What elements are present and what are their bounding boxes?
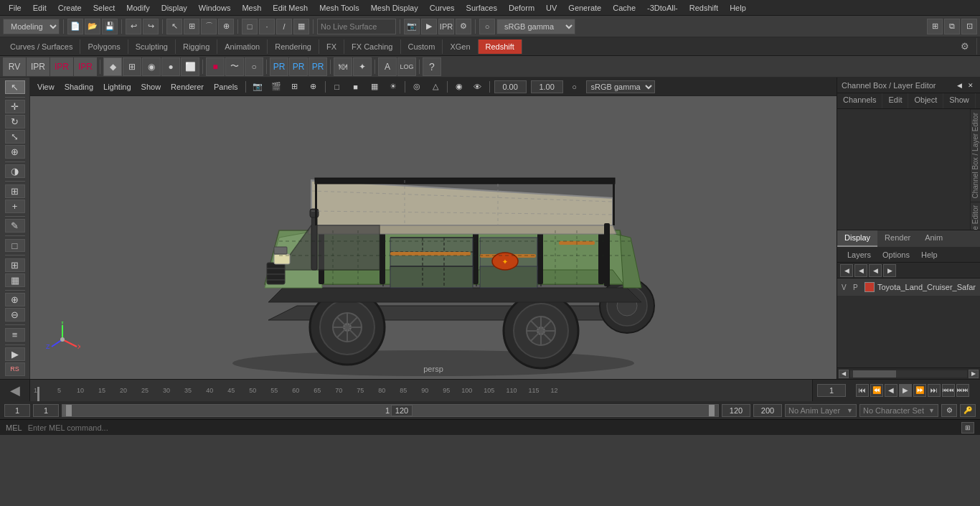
vp-gamma-circle[interactable]: ○ <box>567 80 582 94</box>
rs-pr-btn-3[interactable]: PR <box>308 57 327 76</box>
scene-end-input[interactable] <box>753 404 782 417</box>
vp-shade-icon[interactable]: ■ <box>349 80 363 94</box>
select-obj-btn[interactable]: □ <box>242 19 258 34</box>
vp-grid-icon[interactable]: ⊞ <box>288 80 302 94</box>
render-tool[interactable]: ▶ <box>5 347 25 361</box>
scroll-right-btn[interactable]: ▶ <box>969 370 979 378</box>
panel-close-btn[interactable]: ✕ <box>966 80 976 90</box>
select-edge-btn[interactable]: / <box>276 19 292 34</box>
play-prev-btn[interactable]: ⏪ <box>870 384 883 397</box>
vp-menu-show[interactable]: Show <box>138 81 164 93</box>
bottom-settings-btn[interactable]: ⚙ <box>941 404 957 417</box>
frame-current-bottom-input[interactable] <box>33 404 59 417</box>
vp-poly-icon[interactable]: △ <box>428 80 443 94</box>
rs-diamond-btn[interactable]: ◆ <box>103 57 122 76</box>
menu-redshift[interactable]: Redshift <box>684 2 724 14</box>
layer-playback[interactable]: P <box>853 284 862 291</box>
timeline-ruler[interactable]: 1 5 10 15 20 25 30 35 40 45 50 55 60 65 … <box>30 380 812 401</box>
bottom-key-btn[interactable]: 🔑 <box>960 404 976 417</box>
layout-btn-3[interactable]: ⊡ <box>961 19 977 34</box>
menu-display[interactable]: Display <box>156 2 193 14</box>
tab-fx-caching[interactable]: FX Caching <box>344 39 400 54</box>
paint-tool[interactable]: ✎ <box>5 219 25 233</box>
play-loop-prev-btn[interactable]: ⏮⏮ <box>942 384 955 397</box>
rs-btn-2[interactable]: IPR <box>27 57 50 76</box>
menu-surfaces[interactable]: Surfaces <box>461 2 503 14</box>
select-tool-btn[interactable]: ↖ <box>166 19 182 34</box>
play-fwd-btn[interactable]: ▶ <box>899 384 912 397</box>
rs-grid-btn[interactable]: ⊞ <box>123 57 141 76</box>
rs-help-btn[interactable]: ? <box>423 57 441 76</box>
layout-tool[interactable]: ⊞ <box>5 258 25 272</box>
menu-cache[interactable]: Cache <box>607 2 641 14</box>
rs-pr-btn-2[interactable]: PR <box>289 57 308 76</box>
render-settings-btn[interactable]: ⚙ <box>456 19 471 34</box>
layers-tab-options[interactable]: Options <box>877 249 915 261</box>
frame-start-input[interactable] <box>4 404 30 417</box>
rs-btn-4[interactable]: IPR <box>74 57 97 76</box>
range-start-value[interactable] <box>368 406 390 415</box>
menu-generate[interactable]: Generate <box>562 2 607 14</box>
menu-mesh-tools[interactable]: Mesh Tools <box>314 2 364 14</box>
status-expand-btn[interactable]: ⊞ <box>961 422 974 434</box>
tab-animation[interactable]: Animation <box>217 39 268 54</box>
rs-btn-3[interactable]: IPR <box>50 57 73 76</box>
ipr-btn[interactable]: IPR <box>438 19 454 34</box>
tab-edit[interactable]: Edit <box>882 93 908 108</box>
menu-deform[interactable]: Deform <box>503 2 540 14</box>
menu-edit[interactable]: Edit <box>27 2 52 14</box>
redo-btn[interactable]: ↪ <box>143 19 159 34</box>
scale-tool[interactable]: ⤡ <box>5 130 25 144</box>
menu-curves[interactable]: Curves <box>424 2 461 14</box>
vp-gamma-select[interactable]: sRGB gamma <box>586 80 655 93</box>
play-back-btn[interactable]: ◀ <box>885 384 897 397</box>
rs-text-btn[interactable]: A <box>378 57 397 76</box>
vp-isolate-icon[interactable]: ◉ <box>452 80 466 94</box>
current-frame-input[interactable] <box>817 384 846 397</box>
layers-btn-4[interactable]: ▶ <box>883 264 896 277</box>
play-start-btn[interactable]: ⏮ <box>856 384 869 397</box>
layer-color-swatch[interactable] <box>864 282 875 292</box>
menu-3dtall[interactable]: -3DtoAll- <box>641 2 684 14</box>
tab-fx[interactable]: FX <box>319 39 344 54</box>
rs-plate-btn[interactable]: 🍽 <box>334 57 352 76</box>
layers-tab-help[interactable]: Help <box>915 249 943 261</box>
tab-rigging[interactable]: Rigging <box>176 39 217 54</box>
grid-tool[interactable]: ▦ <box>5 273 25 287</box>
vp-camera-icon[interactable]: 📷 <box>250 80 265 94</box>
snap-tool[interactable]: ⊞ <box>5 184 25 198</box>
minus-tool[interactable]: ⊖ <box>5 308 25 322</box>
vp-menu-panels[interactable]: Panels <box>211 81 241 93</box>
plus-tool[interactable]: ⊕ <box>5 293 25 306</box>
vp-snap-icon[interactable]: ⊕ <box>306 80 321 94</box>
layers-btn-1[interactable]: ◀ <box>840 264 853 277</box>
layers-btn-3[interactable]: ◀ <box>869 264 882 277</box>
range-right-handle[interactable] <box>709 405 715 416</box>
select-tool[interactable]: ↖ <box>5 80 25 94</box>
menu-help[interactable]: Help <box>724 2 752 14</box>
vp-value-input-2[interactable] <box>531 80 563 93</box>
layout-btn-2[interactable]: ⧉ <box>944 19 960 34</box>
layers-btn-2[interactable]: ◀ <box>854 264 867 277</box>
scrollbar-track[interactable] <box>850 370 967 378</box>
vp-menu-view[interactable]: View <box>34 81 57 93</box>
vp-film-icon[interactable]: 🎬 <box>269 80 283 94</box>
menu-windows[interactable]: Windows <box>193 2 237 14</box>
disp-tab-display[interactable]: Display <box>837 230 877 247</box>
rs-circle-btn[interactable]: ○ <box>245 57 263 76</box>
vp-menu-shading[interactable]: Shading <box>62 81 96 93</box>
tab-rendering[interactable]: Rendering <box>268 39 319 54</box>
gear-settings-tab[interactable]: ⚙ <box>953 38 977 55</box>
tab-custom[interactable]: Custom <box>401 39 443 54</box>
rs-btn-1[interactable]: RV <box>3 57 26 76</box>
disp-tab-render[interactable]: Render <box>877 230 918 247</box>
rs-pr-btn-1[interactable]: PR <box>270 57 288 76</box>
anim-end-input[interactable] <box>722 404 750 417</box>
no-anim-layer-dropdown[interactable]: No Anim Layer ▼ <box>785 404 857 417</box>
vp-wire-icon[interactable]: □ <box>330 80 344 94</box>
snap-tool-2[interactable]: + <box>5 200 25 213</box>
open-file-btn[interactable]: 📂 <box>85 19 100 34</box>
play-fast-fwd-btn[interactable]: ⏩ <box>913 384 926 397</box>
tab-polygons[interactable]: Polygons <box>80 39 128 54</box>
scrollbar-thumb[interactable] <box>853 370 896 378</box>
